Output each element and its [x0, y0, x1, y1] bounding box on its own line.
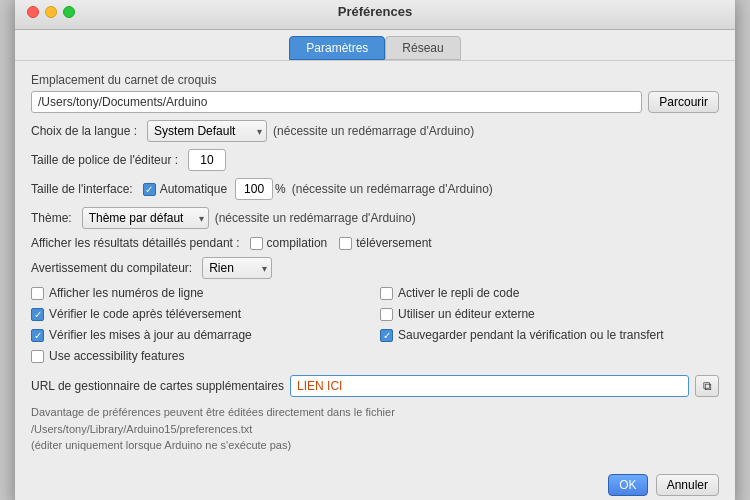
checkbox-row-update-check: ✓ Vérifier les mises à jour au démarrage — [31, 328, 370, 342]
bottom-bar: OK Annuler — [15, 474, 735, 500]
language-select[interactable]: System Default — [147, 120, 267, 142]
footer-line1: Davantage de préférences peuvent être éd… — [31, 404, 719, 421]
minimize-button[interactable] — [45, 6, 57, 18]
content-area: Emplacement du carnet de croquis Parcour… — [15, 61, 735, 474]
url-manager-button[interactable]: ⧉ — [695, 375, 719, 397]
interface-size-input[interactable] — [235, 178, 273, 200]
language-label: Choix de la langue : — [31, 124, 137, 138]
code-folding-label: Activer le repli de code — [398, 286, 519, 300]
preferences-window: Préférences Paramètres Réseau Emplacemen… — [15, 0, 735, 500]
show-results-label: Afficher les résultats détaillés pendant… — [31, 236, 240, 250]
save-verify-checkbox[interactable]: ✓ — [380, 329, 393, 342]
url-manager-label: URL de gestionnaire de cartes supplément… — [31, 379, 284, 393]
font-size-input[interactable] — [188, 149, 226, 171]
update-check-checkbox[interactable]: ✓ — [31, 329, 44, 342]
theme-select-wrap: Thème par défaut ▾ — [82, 207, 209, 229]
upload-checkbox[interactable] — [339, 237, 352, 250]
checkbox-row-line-numbers: Afficher les numéros de ligne — [31, 286, 370, 300]
checkbox-row-verify-code: ✓ Vérifier le code après téléversement — [31, 307, 370, 321]
interface-size-unit: % — [275, 182, 286, 196]
theme-label: Thème: — [31, 211, 72, 225]
traffic-lights — [27, 6, 75, 18]
interface-size-row: Taille de l'interface: ✓ Automatique % (… — [31, 178, 719, 200]
auto-size-label: Automatique — [160, 182, 227, 196]
show-results-row: Afficher les résultats détaillés pendant… — [31, 236, 719, 250]
update-check-label: Vérifier les mises à jour au démarrage — [49, 328, 252, 342]
compiler-warning-select[interactable]: Rien — [202, 257, 272, 279]
url-manager-icon: ⧉ — [703, 379, 712, 393]
interface-size-note: (nécessite un redémarrage d'Arduino) — [292, 182, 493, 196]
cancel-button[interactable]: Annuler — [656, 474, 719, 496]
close-button[interactable] — [27, 6, 39, 18]
language-row: Choix de la langue : System Default ▾ (n… — [31, 120, 719, 142]
checkbox-row-accessibility: Use accessibility features — [31, 349, 370, 363]
tab-bar: Paramètres Réseau — [15, 30, 735, 61]
theme-row: Thème: Thème par défaut ▾ (nécessite un … — [31, 207, 719, 229]
compilation-label: compilation — [267, 236, 328, 250]
verify-code-label: Vérifier le code après téléversement — [49, 307, 241, 321]
accessibility-checkbox[interactable] — [31, 350, 44, 363]
titlebar: Préférences — [15, 0, 735, 30]
maximize-button[interactable] — [63, 6, 75, 18]
compilation-checkbox[interactable] — [250, 237, 263, 250]
save-verify-label: Sauvegarder pendant la vérification ou l… — [398, 328, 664, 342]
theme-select[interactable]: Thème par défaut — [82, 207, 209, 229]
font-size-label: Taille de police de l'éditeur : — [31, 153, 178, 167]
footer-line3: (éditer uniquement lorsque Arduino ne s'… — [31, 437, 719, 454]
window-title: Préférences — [338, 4, 412, 19]
theme-note: (nécessite un redémarrage d'Arduino) — [215, 211, 416, 225]
auto-size-checkbox[interactable]: ✓ — [143, 183, 156, 196]
code-folding-checkbox[interactable] — [380, 287, 393, 300]
line-numbers-checkbox[interactable] — [31, 287, 44, 300]
tab-parametres[interactable]: Paramètres — [289, 36, 385, 60]
browse-button[interactable]: Parcourir — [648, 91, 719, 113]
interface-size-label: Taille de l'interface: — [31, 182, 133, 196]
external-editor-label: Utiliser un éditeur externe — [398, 307, 535, 321]
font-size-row: Taille de police de l'éditeur : — [31, 149, 719, 171]
sketchbook-path-input[interactable] — [31, 91, 642, 113]
checkbox-row-external-editor: Utiliser un éditeur externe — [380, 307, 719, 321]
language-note: (nécessite un redémarrage d'Arduino) — [273, 124, 474, 138]
footer-note: Davantage de préférences peuvent être éd… — [31, 404, 719, 454]
compiler-warning-select-wrap: Rien ▾ — [202, 257, 272, 279]
url-manager-input[interactable] — [290, 375, 689, 397]
tab-reseau[interactable]: Réseau — [385, 36, 460, 60]
verify-code-checkbox[interactable]: ✓ — [31, 308, 44, 321]
sketchbook-row: Parcourir — [31, 91, 719, 113]
checkbox-row-code-folding: Activer le repli de code — [380, 286, 719, 300]
external-editor-checkbox[interactable] — [380, 308, 393, 321]
line-numbers-label: Afficher les numéros de ligne — [49, 286, 204, 300]
footer-line2: /Users/tony/Library/Arduino15/preference… — [31, 421, 719, 438]
ok-button[interactable]: OK — [608, 474, 647, 496]
upload-label: téléversement — [356, 236, 431, 250]
checkbox-row-save-verify: ✓ Sauvegarder pendant la vérification ou… — [380, 328, 719, 342]
compiler-warning-row: Avertissement du compilateur: Rien ▾ — [31, 257, 719, 279]
accessibility-label: Use accessibility features — [49, 349, 184, 363]
compiler-warning-label: Avertissement du compilateur: — [31, 261, 192, 275]
language-select-wrap: System Default ▾ — [147, 120, 267, 142]
sketchbook-label: Emplacement du carnet de croquis — [31, 73, 719, 87]
url-row: URL de gestionnaire de cartes supplément… — [31, 375, 719, 397]
checkboxes-grid: Afficher les numéros de ligne Activer le… — [31, 286, 719, 367]
